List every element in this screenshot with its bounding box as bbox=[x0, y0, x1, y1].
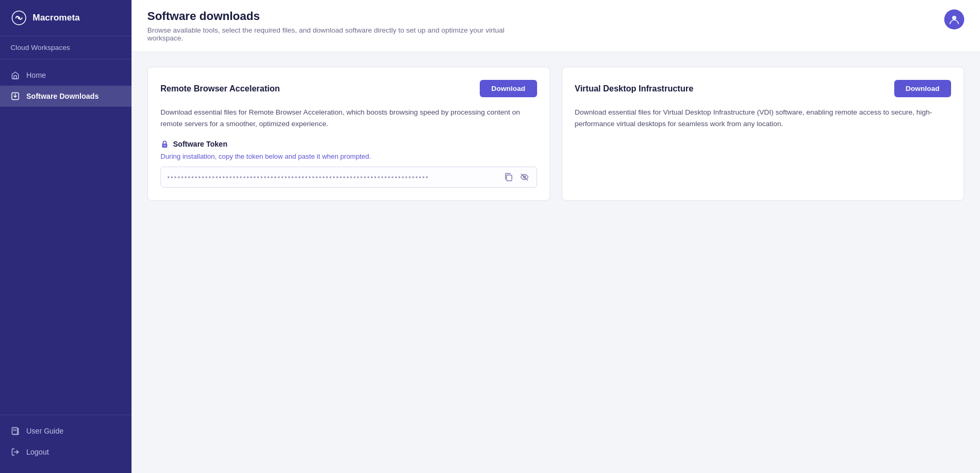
svg-rect-2 bbox=[14, 76, 17, 79]
sidebar-home-label: Home bbox=[26, 71, 46, 79]
download-icon bbox=[11, 91, 20, 101]
brand-name: Macrometa bbox=[33, 13, 80, 23]
page-title: Software downloads bbox=[147, 9, 542, 23]
token-section: Software Token During installation, copy… bbox=[160, 140, 537, 188]
page-subtitle: Browse available tools, select the requi… bbox=[147, 26, 542, 42]
macrometa-logo-icon bbox=[11, 9, 27, 26]
topbar-left: Software downloads Browse available tool… bbox=[147, 9, 542, 42]
sidebar-downloads-label: Software Downloads bbox=[26, 92, 99, 100]
brand-logo: Macrometa bbox=[0, 0, 132, 36]
vdi-description: Download essential files for Virtual Des… bbox=[575, 107, 952, 129]
sidebar-bottom: User Guide Logout bbox=[0, 415, 132, 473]
main-nav: Home Software Downloads bbox=[0, 59, 132, 415]
workspace-label: Cloud Workspaces bbox=[0, 36, 132, 59]
toggle-token-visibility-button[interactable] bbox=[519, 171, 530, 183]
rba-card: Remote Browser Acceleration Download Dow… bbox=[147, 67, 550, 201]
vdi-card-title: Virtual Desktop Infrastructure bbox=[575, 84, 694, 94]
svg-point-10 bbox=[164, 145, 165, 146]
vdi-card-header: Virtual Desktop Infrastructure Download bbox=[575, 80, 952, 97]
main-content: Software downloads Browse available tool… bbox=[132, 0, 980, 473]
content-area: Remote Browser Acceleration Download Dow… bbox=[132, 52, 980, 215]
svg-point-1 bbox=[18, 17, 21, 19]
home-icon bbox=[11, 70, 20, 80]
topbar: Software downloads Browse available tool… bbox=[132, 0, 980, 52]
sidebar-item-home[interactable]: Home bbox=[0, 65, 132, 86]
sidebar-user-guide-label: User Guide bbox=[26, 427, 64, 435]
copy-token-button[interactable] bbox=[503, 171, 514, 183]
sidebar-item-logout[interactable]: Logout bbox=[0, 441, 132, 462]
token-title: Software Token bbox=[160, 140, 537, 148]
sidebar-logout-label: Logout bbox=[26, 448, 49, 456]
svg-rect-11 bbox=[507, 175, 512, 181]
token-instruction: During installation, copy the token belo… bbox=[160, 152, 537, 160]
vdi-card: Virtual Desktop Infrastructure Download … bbox=[562, 67, 965, 201]
vdi-download-button[interactable]: Download bbox=[894, 80, 952, 97]
user-avatar[interactable] bbox=[944, 9, 964, 29]
rba-download-button[interactable]: Download bbox=[480, 80, 537, 97]
book-icon bbox=[11, 426, 20, 436]
rba-card-title: Remote Browser Acceleration bbox=[160, 84, 280, 94]
logout-icon bbox=[11, 447, 20, 457]
token-input-wrapper: ••••••••••••••••••••••••••••••••••••••••… bbox=[160, 167, 537, 188]
sidebar: Macrometa Cloud Workspaces Home Software… bbox=[0, 0, 132, 473]
svg-point-8 bbox=[952, 16, 956, 20]
cards-grid: Remote Browser Acceleration Download Dow… bbox=[147, 67, 964, 201]
sidebar-item-user-guide[interactable]: User Guide bbox=[0, 420, 132, 441]
token-actions bbox=[503, 171, 530, 183]
lock-icon bbox=[160, 140, 169, 148]
rba-description: Download essential files for Remote Brow… bbox=[160, 107, 537, 129]
rba-card-header: Remote Browser Acceleration Download bbox=[160, 80, 537, 97]
token-value: ••••••••••••••••••••••••••••••••••••••••… bbox=[167, 173, 499, 181]
sidebar-item-software-downloads[interactable]: Software Downloads bbox=[0, 86, 132, 107]
